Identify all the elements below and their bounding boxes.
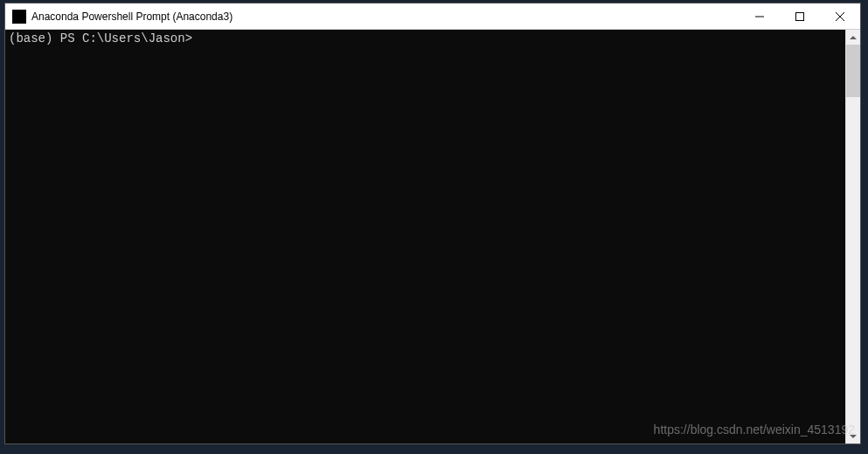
scroll-up-button[interactable]	[846, 30, 860, 45]
minimize-button[interactable]	[740, 3, 780, 29]
window-title: Anaconda Powershell Prompt (Anaconda3)	[31, 3, 740, 30]
prompt-line: (base) PS C:\Users\Jason>	[9, 31, 842, 45]
terminal-content[interactable]: (base) PS C:\Users\Jason>	[5, 30, 845, 444]
app-icon	[12, 10, 26, 24]
scroll-thumb[interactable]	[846, 45, 860, 97]
chevron-up-icon	[850, 36, 857, 39]
maximize-icon	[795, 12, 804, 21]
close-icon	[836, 12, 844, 21]
titlebar[interactable]: Anaconda Powershell Prompt (Anaconda3)	[5, 3, 860, 30]
chevron-down-icon	[850, 435, 857, 438]
maximize-button[interactable]	[780, 3, 820, 29]
minimize-icon	[755, 12, 764, 21]
terminal-area: (base) PS C:\Users\Jason>	[5, 30, 860, 444]
close-button[interactable]	[820, 3, 860, 29]
scroll-down-button[interactable]	[846, 429, 860, 444]
terminal-window: Anaconda Powershell Prompt (Anaconda3) (…	[4, 3, 861, 444]
vertical-scrollbar[interactable]	[845, 30, 860, 444]
svg-rect-1	[796, 12, 804, 20]
window-controls	[740, 3, 860, 29]
